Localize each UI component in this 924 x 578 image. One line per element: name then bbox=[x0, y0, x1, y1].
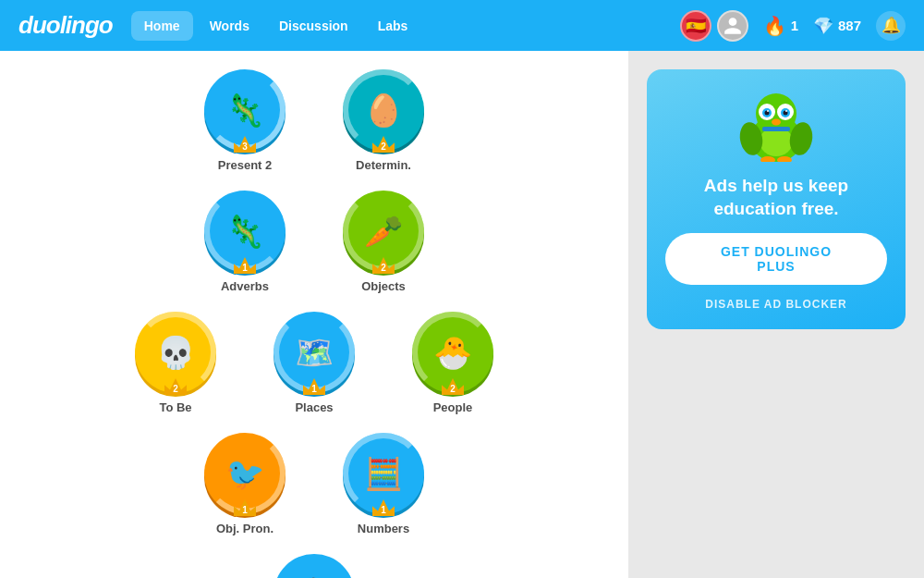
objects-label: Objects bbox=[361, 279, 406, 293]
lesson-objects[interactable]: 🥕 2 Objects bbox=[333, 191, 434, 293]
objpron-icon: 🐦 bbox=[217, 446, 273, 501]
ad-text: Ads help us keep education free. bbox=[665, 175, 887, 220]
objects-icon: 🥕 bbox=[356, 203, 411, 259]
objpron-label: Obj. Pron. bbox=[216, 522, 274, 535]
numbers-badge: 1 bbox=[372, 499, 395, 516]
adverbs-label: Adverbs bbox=[221, 279, 269, 293]
determin-icon: 🥚 bbox=[356, 82, 411, 138]
present2-label: Present 2 bbox=[218, 158, 273, 172]
get-plus-button[interactable]: GET DUOLINGO PLUS bbox=[665, 233, 887, 285]
lesson-row-5: 🏃 bbox=[263, 554, 365, 578]
fire-icon: 🔥 bbox=[763, 15, 786, 37]
owl-illustration bbox=[735, 88, 818, 162]
people-badge: 2 bbox=[442, 378, 464, 395]
tobe-icon: 💀 bbox=[148, 325, 203, 380]
logo[interactable]: duolingo bbox=[18, 11, 113, 40]
places-badge: 1 bbox=[303, 378, 325, 395]
lesson-row-1: 🦎 3 Present 2 🥚 2 bbox=[194, 69, 434, 172]
header: duolingo Home Words Discussion Labs 🇪🇸 🔥… bbox=[0, 0, 924, 51]
determin-label: Determin. bbox=[356, 158, 411, 172]
people-label: People bbox=[433, 400, 473, 414]
objpron-badge: 1 bbox=[234, 499, 256, 516]
gem-icon: 💎 bbox=[813, 16, 833, 36]
avatar[interactable] bbox=[717, 10, 748, 42]
numbers-icon: 🧮 bbox=[356, 446, 411, 501]
lesson-numbers[interactable]: 🧮 1 Numbers bbox=[333, 433, 434, 535]
adverbs-badge: 1 bbox=[234, 257, 256, 274]
nav-home[interactable]: Home bbox=[131, 11, 193, 41]
lesson-row-2: 🦎 1 Adverbs 🥕 2 bbox=[194, 191, 434, 293]
streak-count: 1 bbox=[791, 18, 798, 33]
lesson-row-4: 🐦 1 Obj. Pron. 🧮 1 bbox=[194, 433, 434, 535]
lesson-people[interactable]: 🐣 2 People bbox=[402, 312, 504, 414]
lesson-adverbs[interactable]: 🦎 1 Adverbs bbox=[194, 191, 296, 293]
people-icon: 🐣 bbox=[425, 325, 480, 380]
main-content: 🦎 3 Present 2 🥚 2 bbox=[0, 51, 924, 578]
present2-badge: 3 bbox=[234, 136, 256, 153]
gems-count: 887 bbox=[838, 18, 861, 33]
lesson-determin[interactable]: 🥚 2 Determin. bbox=[333, 69, 434, 172]
flag-avatar-group: 🇪🇸 bbox=[680, 10, 748, 42]
nav-labs[interactable]: Labs bbox=[365, 11, 421, 41]
streak-stat[interactable]: 🔥 1 bbox=[763, 15, 798, 37]
lesson-more[interactable]: 🏃 bbox=[263, 554, 365, 578]
more-icon: 🏃 bbox=[286, 567, 342, 578]
numbers-label: Numbers bbox=[358, 522, 409, 535]
disable-adblocker-button[interactable]: DISABLE AD BLOCKER bbox=[705, 298, 847, 311]
svg-point-10 bbox=[785, 110, 787, 112]
objects-badge: 2 bbox=[372, 257, 395, 274]
places-icon: 🗺️ bbox=[286, 325, 342, 380]
svg-point-11 bbox=[772, 119, 781, 126]
gems-stat[interactable]: 💎 887 bbox=[813, 16, 861, 36]
tobe-badge: 2 bbox=[164, 378, 187, 395]
lessons-content: 🦎 3 Present 2 🥚 2 bbox=[0, 51, 628, 578]
determin-badge: 2 bbox=[372, 136, 395, 153]
main-nav: Home Words Discussion Labs bbox=[131, 11, 421, 41]
adverbs-icon: 🦎 bbox=[217, 203, 273, 259]
places-label: Places bbox=[295, 400, 333, 414]
lesson-grid: 🦎 3 Present 2 🥚 2 bbox=[55, 69, 573, 578]
tobe-label: To Be bbox=[159, 400, 191, 414]
present2-icon: 🦎 bbox=[217, 82, 273, 138]
ad-card: Ads help us keep education free. GET DUO… bbox=[647, 69, 906, 329]
lesson-tobe[interactable]: 💀 2 To Be bbox=[125, 312, 226, 414]
header-right: 🇪🇸 🔥 1 💎 887 🔔 bbox=[680, 10, 906, 42]
sidebar: Ads help us keep education free. GET DUO… bbox=[628, 51, 924, 578]
svg-point-9 bbox=[767, 110, 769, 112]
lesson-present2[interactable]: 🦎 3 Present 2 bbox=[194, 69, 296, 172]
bell-icon[interactable]: 🔔 bbox=[876, 11, 906, 41]
nav-discussion[interactable]: Discussion bbox=[266, 11, 361, 41]
lesson-places[interactable]: 🗺️ 1 Places bbox=[263, 312, 365, 414]
nav-words[interactable]: Words bbox=[197, 11, 262, 41]
lesson-objpron[interactable]: 🐦 1 Obj. Pron. bbox=[194, 433, 296, 535]
flag-icon[interactable]: 🇪🇸 bbox=[680, 10, 711, 42]
svg-rect-12 bbox=[762, 127, 790, 131]
lesson-row-3: 💀 2 To Be 🗺️ 1 bbox=[125, 312, 504, 414]
